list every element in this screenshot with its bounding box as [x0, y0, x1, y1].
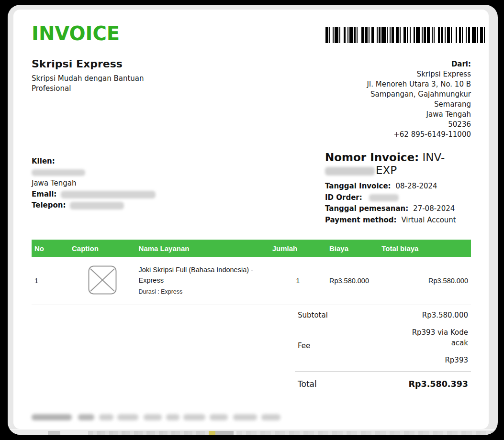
subtotal-value: Rp3.580.000	[422, 311, 468, 319]
cell-price: Rp3.580.000	[326, 257, 379, 305]
from-label: Dari:	[367, 59, 471, 69]
from-line: Jawa Tengah	[367, 110, 471, 120]
summary-block: Subtotal Rp3.580.000 Fee Rp393 via Kode …	[295, 305, 471, 389]
from-line: Semarang	[367, 99, 471, 110]
cell-service: Joki Skripsi Full (Bahasa Indonesia) - E…	[136, 257, 269, 305]
bottom-strip-highlight	[209, 431, 215, 435]
from-line: +62 895-6149-11000	[367, 130, 471, 140]
cell-total: Rp3.580.000	[379, 257, 471, 305]
client-email-label: Email:	[32, 189, 56, 200]
cell-caption	[69, 257, 136, 305]
page-bottom-strip	[8, 429, 498, 435]
invoice-meta-block: Nomor Invoice: INV- EXP Tanggal Invoice:…	[325, 151, 471, 226]
cell-row-number: 1	[32, 257, 69, 305]
order-id-label: ID Order:	[325, 193, 362, 202]
bottom-strip-blurred-text	[236, 431, 494, 435]
header-price: Biaya	[326, 240, 379, 257]
invoice-number: Nomor Invoice: INV- EXP	[325, 151, 471, 177]
payment-method-label: Payment method:	[325, 216, 397, 224]
total-value: Rp3.580.393	[408, 379, 468, 389]
subtotal-label: Subtotal	[298, 311, 328, 319]
cell-service-name: Joki Skripsi Full (Bahasa Indonesia) - E…	[139, 264, 267, 286]
header-no: No	[32, 240, 69, 257]
invoice-date-label: Tanggal Invoice:	[325, 182, 391, 190]
services-table: No Caption Nama Layanan Jumlah Biaya Tot…	[32, 240, 471, 305]
company-tagline: Skripsi Mudah dengan Bantuan Profesional	[32, 74, 162, 94]
invoice-window: INVOICE Skripsi Express Skripsi Mudah de…	[8, 5, 498, 435]
header-caption: Caption	[69, 240, 136, 257]
from-address-block: Dari: Skripsi Express Jl. Menoreh Utara …	[367, 59, 471, 140]
fee-amount: Rp393	[407, 356, 468, 364]
redacted-footer-note	[32, 413, 471, 422]
from-line: Skripsi Express	[367, 69, 471, 79]
total-label: Total	[298, 379, 317, 389]
invoice-number-prefix: INV-	[423, 151, 445, 164]
redacted-order-id	[369, 194, 399, 201]
bottom-strip-segment	[215, 431, 234, 435]
company-name: Skripsi Express	[32, 57, 162, 71]
bottom-strip-segment	[48, 431, 60, 435]
redacted-invoice-number	[325, 167, 375, 176]
fee-value: Rp393 via Kode acak Rp393	[407, 327, 468, 364]
barcode-image	[325, 27, 487, 43]
fee-description: Rp393 via Kode acak	[407, 327, 468, 348]
from-line: Jl. Menoreh Utara 3, No. 10 B	[367, 79, 471, 89]
from-line: 50236	[367, 120, 471, 130]
company-block: Skripsi Express Skripsi Mudah dengan Ban…	[32, 57, 162, 140]
redacted-client-phone	[70, 202, 124, 209]
redacted-client-email	[61, 191, 156, 198]
client-phone-label: Telepon:	[32, 200, 66, 211]
client-region: Jawa Tengah	[32, 178, 156, 189]
order-date-label: Tanggal pemesanan:	[325, 204, 408, 213]
cell-service-duration: Durasi : Express	[139, 286, 267, 297]
header-total: Total biaya	[379, 240, 471, 257]
invoice-number-label: Nomor Invoice:	[325, 151, 419, 164]
header-service-name: Nama Layanan	[136, 240, 269, 257]
broken-image-icon	[88, 265, 117, 295]
from-line: Sampangan, Gajahmungkur	[367, 89, 471, 99]
cell-quantity: 1	[269, 257, 326, 305]
payment-method-value: Virtual Account	[401, 216, 456, 224]
invoice-page: INVOICE Skripsi Express Skripsi Mudah de…	[13, 10, 489, 429]
invoice-date-value: 08-28-2024	[395, 182, 437, 190]
table-header-row: No Caption Nama Layanan Jumlah Biaya Tot…	[32, 240, 471, 257]
client-block: Klien: Jawa Tengah Email: Telepon:	[32, 151, 156, 226]
order-date-value: 27-08-2024	[413, 204, 455, 213]
redacted-client-name	[32, 169, 85, 176]
client-label: Klien:	[32, 156, 156, 167]
bottom-strip-blurred-text	[88, 431, 209, 435]
table-row: 1 Joki Skripsi Full (Bahasa Indonesia) -…	[32, 257, 471, 305]
header-quantity: Jumlah	[269, 240, 326, 257]
fee-label: Fee	[298, 341, 310, 350]
invoice-number-suffix: EXP	[376, 164, 397, 176]
